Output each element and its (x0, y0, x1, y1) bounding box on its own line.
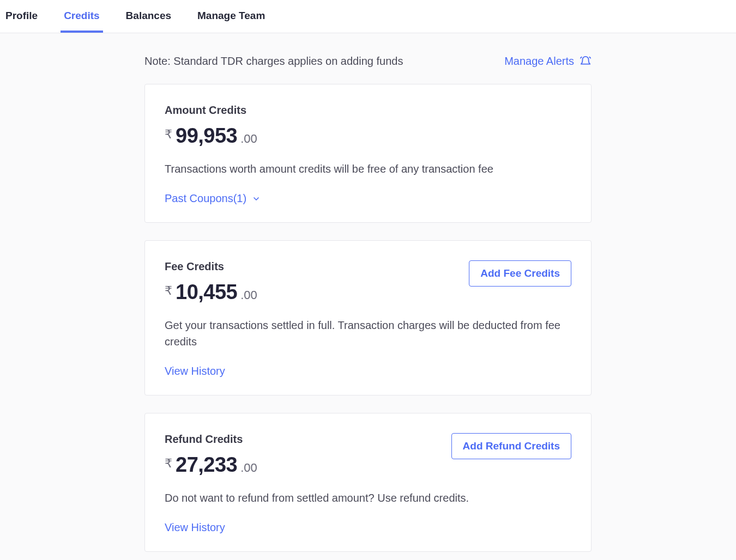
refund-credits-amount: ₹ 27,233.00 (165, 453, 257, 477)
fee-credits-amount: ₹ 10,455.00 (165, 281, 257, 304)
past-coupons-label: Past Coupons(1) (165, 192, 246, 205)
fee-credits-value-main: 10,455 (176, 281, 237, 304)
past-coupons-link[interactable]: Past Coupons(1) (165, 192, 261, 205)
amount-credits-value-main: 99,953 (176, 124, 237, 148)
refund-credits-value-main: 27,233 (176, 453, 237, 477)
manage-alerts-link[interactable]: Manage Alerts (504, 55, 592, 68)
refund-credits-card: Refund Credits ₹ 27,233.00 Add Refund Cr… (144, 413, 592, 552)
tab-profile[interactable]: Profile (5, 0, 38, 33)
fee-credits-description: Get your transactions settled in full. T… (165, 317, 571, 350)
fee-credits-title: Fee Credits (165, 260, 257, 273)
add-fee-credits-button[interactable]: Add Fee Credits (469, 260, 571, 287)
fee-credits-view-history-link[interactable]: View History (165, 365, 225, 378)
manage-alerts-label: Manage Alerts (504, 55, 574, 68)
note-text: Note: Standard TDR charges applies on ad… (144, 55, 403, 68)
rupee-icon: ₹ (165, 284, 172, 298)
rupee-icon: ₹ (165, 127, 172, 142)
refund-credits-value-dec: .00 (240, 461, 257, 475)
amount-credits-card: Amount Credits ₹ 99,953.00 Transactions … (144, 84, 592, 223)
amount-credits-value-dec: .00 (240, 132, 257, 146)
add-refund-credits-button[interactable]: Add Refund Credits (451, 433, 571, 459)
refund-credits-description: Do not want to refund from settled amoun… (165, 490, 571, 506)
chevron-down-icon (252, 194, 261, 203)
refund-credits-view-history-label: View History (165, 521, 225, 534)
tab-manage-team[interactable]: Manage Team (197, 0, 265, 33)
refund-credits-title: Refund Credits (165, 433, 257, 446)
tab-credits[interactable]: Credits (64, 0, 99, 33)
amount-credits-amount: ₹ 99,953.00 (165, 124, 571, 148)
rupee-icon: ₹ (165, 456, 172, 471)
refund-credits-view-history-link[interactable]: View History (165, 521, 225, 534)
bell-icon (580, 56, 592, 68)
fee-credits-card: Fee Credits ₹ 10,455.00 Add Fee Credits … (144, 240, 592, 395)
tabs-bar: Profile Credits Balances Manage Team (0, 0, 736, 33)
amount-credits-description: Transactions worth amount credits will b… (165, 161, 571, 177)
fee-credits-value-dec: .00 (240, 288, 257, 302)
fee-credits-view-history-label: View History (165, 365, 225, 378)
content-area: Note: Standard TDR charges applies on ad… (144, 33, 592, 560)
amount-credits-title: Amount Credits (165, 104, 571, 117)
note-row: Note: Standard TDR charges applies on ad… (144, 55, 592, 68)
tab-balances[interactable]: Balances (126, 0, 171, 33)
